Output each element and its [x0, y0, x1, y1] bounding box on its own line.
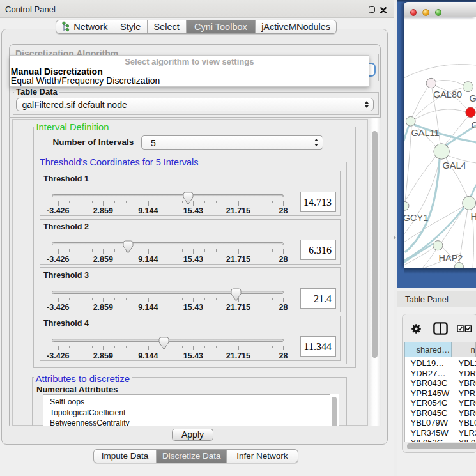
- svg-text:GA: GA: [469, 93, 476, 104]
- svg-text:HI: HI: [470, 211, 476, 222]
- svg-text:GAL11: GAL11: [411, 127, 439, 137]
- svg-text:GAL4: GAL4: [442, 160, 466, 170]
- svg-text:C: C: [471, 120, 476, 130]
- svg-text:GCY1: GCY1: [404, 212, 428, 222]
- svg-text:HAP2: HAP2: [438, 252, 463, 263]
- svg-text:GAL80: GAL80: [433, 89, 461, 99]
